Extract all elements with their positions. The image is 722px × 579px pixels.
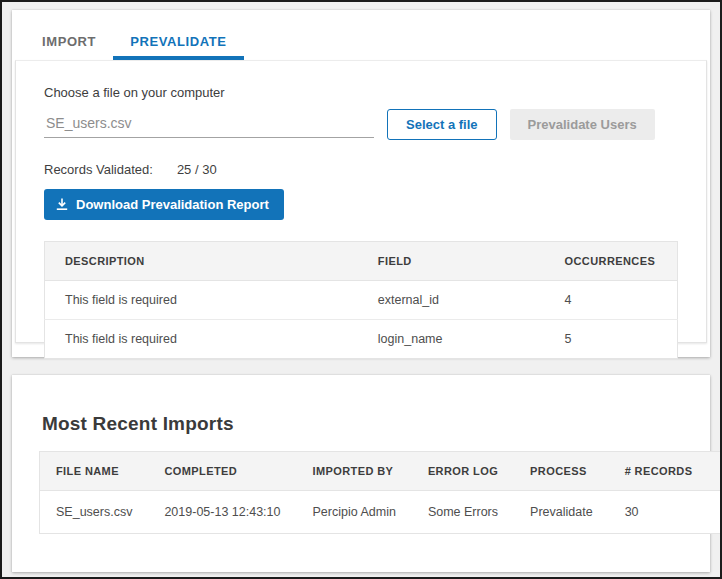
- col-header-file-name: FILE NAME: [40, 452, 149, 491]
- download-icon: [56, 198, 68, 211]
- recent-imports-table: FILE NAME COMPLETED IMPORTED BY ERROR LO…: [39, 451, 722, 534]
- file-select-row: Select a file Prevalidate Users: [44, 109, 678, 140]
- col-header-field: FIELD: [358, 242, 545, 281]
- prevalidate-panel: IMPORT PREVALIDATE Choose a file on your…: [12, 10, 710, 357]
- cell-error-log: Some Errors: [412, 491, 514, 534]
- choose-file-label: Choose a file on your computer: [44, 85, 678, 100]
- col-header-view-report: VIEW REPORT: [708, 452, 722, 491]
- validation-table-header-row: DESCRIPTION FIELD OCCURRENCES: [45, 242, 678, 281]
- recent-imports-title: Most Recent Imports: [42, 413, 683, 435]
- tab-prevalidate[interactable]: PREVALIDATE: [113, 23, 243, 60]
- cell-process: Prevalidate: [514, 491, 609, 534]
- validation-errors-table: DESCRIPTION FIELD OCCURRENCES This field…: [44, 241, 678, 359]
- cell-records: 30: [609, 491, 709, 534]
- records-validated-row: Records Validated: 25 / 30: [44, 162, 678, 177]
- table-row: SE_users.csv 2019-05-13 12:43:10 Percipi…: [40, 491, 722, 534]
- cell-view-report: [708, 491, 722, 534]
- imports-table-header-row: FILE NAME COMPLETED IMPORTED BY ERROR LO…: [40, 452, 722, 491]
- col-header-completed: COMPLETED: [148, 452, 296, 491]
- cell-occurrences: 4: [545, 281, 678, 320]
- select-file-button[interactable]: Select a file: [387, 109, 497, 140]
- tab-import[interactable]: IMPORT: [25, 23, 113, 60]
- col-header-description: DESCRIPTION: [45, 242, 358, 281]
- col-header-records: # RECORDS: [609, 452, 709, 491]
- cell-occurrences: 5: [545, 320, 678, 359]
- cell-file-name: SE_users.csv: [40, 491, 149, 534]
- records-validated-label: Records Validated:: [44, 162, 153, 177]
- cell-field: external_id: [358, 281, 545, 320]
- cell-description: This field is required: [45, 281, 358, 320]
- cell-description: This field is required: [45, 320, 358, 359]
- col-header-error-log: ERROR LOG: [412, 452, 514, 491]
- cell-completed: 2019-05-13 12:43:10: [148, 491, 296, 534]
- tab-bar: IMPORT PREVALIDATE: [12, 10, 710, 60]
- file-name-input[interactable]: [44, 112, 374, 138]
- col-header-occurrences: OCCURRENCES: [545, 242, 678, 281]
- recent-imports-panel: Most Recent Imports FILE NAME COMPLETED …: [12, 375, 710, 572]
- cell-field: login_name: [358, 320, 545, 359]
- cell-imported-by: Percipio Admin: [297, 491, 412, 534]
- file-validation-card: Choose a file on your computer Select a …: [15, 60, 707, 343]
- table-row: This field is required login_name 5: [45, 320, 678, 359]
- download-prevalidation-report-button[interactable]: Download Prevalidation Report: [44, 189, 284, 220]
- col-header-imported-by: IMPORTED BY: [297, 452, 412, 491]
- col-header-process: PROCESS: [514, 452, 609, 491]
- prevalidate-users-button[interactable]: Prevalidate Users: [510, 109, 655, 140]
- records-validated-value: 25 / 30: [177, 162, 217, 177]
- download-button-label: Download Prevalidation Report: [76, 197, 269, 212]
- table-row: This field is required external_id 4: [45, 281, 678, 320]
